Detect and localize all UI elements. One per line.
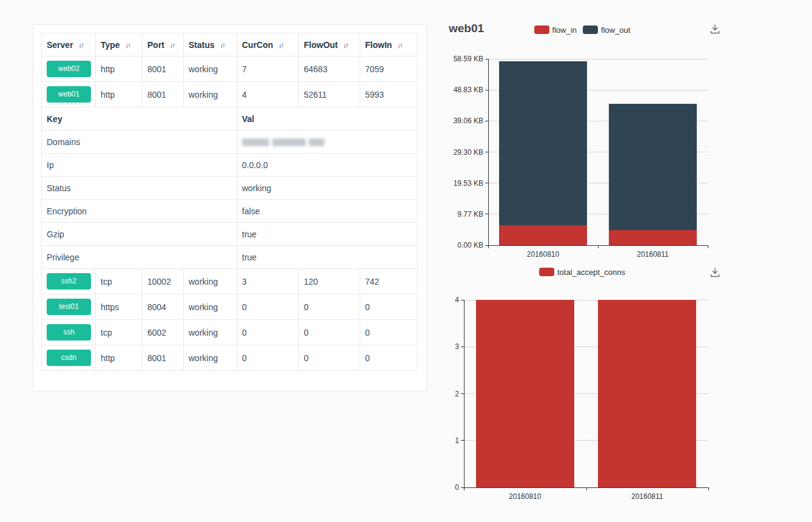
flowout-cell: 0 bbox=[299, 345, 360, 371]
flowin-cell: 7059 bbox=[360, 56, 418, 82]
legend-item-total-accept-conns[interactable]: total_accept_conns bbox=[539, 268, 625, 277]
flowin-cell: 5993 bbox=[360, 82, 418, 107]
flow-out-swatch bbox=[583, 25, 598, 34]
x-axis-line bbox=[464, 487, 709, 488]
detail-key: Encryption bbox=[42, 200, 237, 223]
chart-bar-flow_out[interactable] bbox=[609, 104, 697, 230]
details-row: Domains bbox=[42, 130, 418, 154]
x-axis-tick bbox=[708, 245, 708, 248]
detail-key: Status bbox=[42, 177, 237, 200]
server-cell: web01 bbox=[42, 82, 96, 107]
server-button-web01[interactable]: web01 bbox=[47, 86, 91, 103]
status-cell: working bbox=[184, 294, 237, 320]
x-axis-label: 20160811 bbox=[586, 492, 709, 501]
save-as-image-icon[interactable] bbox=[708, 266, 722, 279]
sort-icon[interactable]: ↓↑ bbox=[126, 41, 130, 49]
flowout-cell: 0 bbox=[299, 320, 360, 345]
status-cell: working bbox=[184, 345, 237, 371]
server-button-test01[interactable]: test01 bbox=[47, 299, 91, 315]
details-key-header: Key bbox=[42, 107, 237, 130]
x-axis-tick bbox=[586, 487, 587, 490]
port-cell: 6002 bbox=[143, 320, 184, 345]
x-axis-line bbox=[488, 245, 708, 246]
curcon-cell: 0 bbox=[237, 320, 299, 345]
port-cell: 8004 bbox=[143, 294, 184, 320]
x-axis-label: 20160810 bbox=[464, 492, 586, 501]
y-axis-tick bbox=[485, 59, 488, 59]
col-header-label: Port bbox=[147, 40, 164, 50]
sort-icon[interactable]: ↓↑ bbox=[278, 41, 283, 49]
details-row: Ip 0.0.0.0 bbox=[42, 154, 418, 177]
detail-value: true bbox=[237, 223, 418, 246]
server-cell: ssh2 bbox=[42, 269, 96, 294]
col-header-flowin[interactable]: FlowIn↓↑ bbox=[360, 33, 418, 56]
col-header-flowout[interactable]: FlowOut↓↑ bbox=[299, 33, 360, 56]
legend-item-flow-in[interactable]: flow_in bbox=[534, 25, 577, 35]
col-header-curcon[interactable]: CurCon↓↑ bbox=[237, 33, 299, 56]
sort-icon[interactable]: ↓↑ bbox=[343, 41, 347, 49]
legend-item-flow-out[interactable]: flow_out bbox=[583, 25, 630, 35]
chart-bar-total_accept_conns[interactable] bbox=[598, 300, 696, 487]
server-cell: csdn bbox=[42, 345, 96, 371]
server-button-ssh[interactable]: ssh bbox=[47, 324, 91, 341]
details-header-row: Key Val bbox=[42, 107, 418, 130]
y-axis-line bbox=[488, 59, 489, 245]
table-row: csdn http 8001 working 0 0 0 bbox=[42, 345, 418, 371]
col-header-label: Status bbox=[189, 40, 215, 50]
col-header-port[interactable]: Port↓↑ bbox=[143, 33, 184, 56]
port-cell: 10002 bbox=[143, 269, 184, 294]
details-val-header: Val bbox=[237, 107, 418, 130]
y-axis-label: 0.00 KB bbox=[435, 241, 483, 249]
table-row: ssh2 tcp 10002 working 3 120 742 bbox=[42, 269, 418, 294]
server-button-ssh2[interactable]: ssh2 bbox=[47, 273, 91, 290]
y-axis-tick bbox=[485, 214, 488, 214]
detail-key: Domains bbox=[42, 130, 237, 154]
y-axis-tick bbox=[461, 393, 464, 394]
total-accept-conns-swatch bbox=[539, 268, 554, 276]
sort-icon[interactable]: ↓↑ bbox=[79, 41, 83, 49]
details-row: Gzip true bbox=[42, 223, 418, 246]
server-button-web02[interactable]: web02 bbox=[47, 61, 91, 77]
server-cell: ssh bbox=[42, 320, 96, 345]
col-header-type[interactable]: Type↓↑ bbox=[96, 33, 143, 56]
chart-bar-flow_in[interactable] bbox=[609, 230, 697, 245]
detail-value: working bbox=[237, 177, 418, 200]
chart-bar-flow_in[interactable] bbox=[499, 225, 587, 245]
save-as-image-icon[interactable] bbox=[708, 22, 722, 36]
chart-bar-flow_out[interactable] bbox=[499, 61, 587, 225]
flowout-cell: 52611 bbox=[299, 82, 360, 107]
sort-icon[interactable]: ↓↑ bbox=[397, 41, 401, 49]
y-axis-label: 48.83 KB bbox=[435, 86, 483, 94]
details-row: Privilege true bbox=[42, 246, 418, 269]
sort-icon[interactable]: ↓↑ bbox=[220, 41, 224, 49]
y-axis-tick bbox=[461, 440, 464, 441]
curcon-cell: 0 bbox=[237, 345, 299, 371]
details-row: Status working bbox=[42, 177, 418, 200]
col-header-status[interactable]: Status↓↑ bbox=[184, 33, 237, 56]
status-cell: working bbox=[184, 82, 237, 107]
server-button-csdn[interactable]: csdn bbox=[47, 350, 91, 366]
col-header-label: FlowOut bbox=[304, 40, 338, 50]
status-cell: working bbox=[184, 320, 237, 345]
y-axis-tick bbox=[461, 347, 464, 347]
col-header-server[interactable]: Server↓↑ bbox=[42, 33, 96, 56]
x-axis-tick bbox=[598, 245, 599, 248]
sort-icon[interactable]: ↓↑ bbox=[170, 41, 174, 49]
x-axis-tick bbox=[488, 245, 489, 248]
server-cell: web02 bbox=[42, 56, 96, 82]
detail-key: Privilege bbox=[42, 246, 237, 269]
x-axis-tick bbox=[708, 487, 709, 490]
curcon-cell: 7 bbox=[237, 56, 299, 82]
port-cell: 8001 bbox=[143, 345, 184, 371]
flowout-cell: 64683 bbox=[299, 56, 360, 82]
chart-bar-total_accept_conns[interactable] bbox=[476, 300, 574, 487]
type-cell: http bbox=[96, 345, 143, 371]
y-axis-tick bbox=[461, 487, 464, 488]
curcon-cell: 3 bbox=[237, 269, 299, 294]
detail-value-redacted bbox=[237, 130, 418, 154]
col-header-label: Type bbox=[101, 40, 120, 50]
legend-label: flow_in bbox=[552, 25, 577, 35]
type-cell: http bbox=[96, 82, 143, 107]
type-cell: https bbox=[96, 294, 143, 320]
y-axis-label: 29.30 KB bbox=[435, 148, 483, 157]
